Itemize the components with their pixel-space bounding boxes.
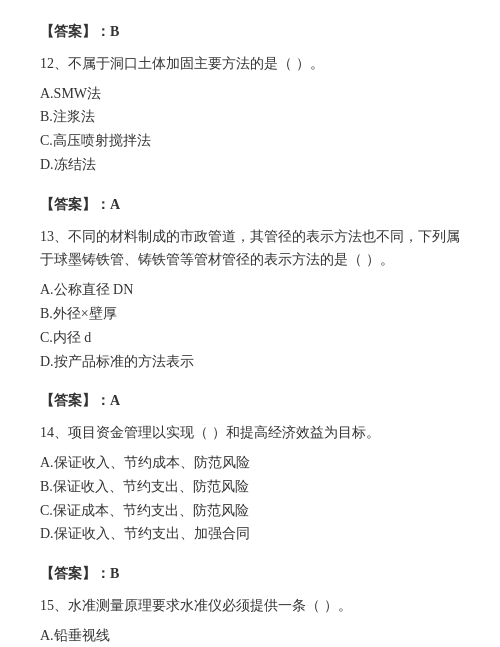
- question-1-option-0: A.公称直径 DN: [40, 278, 460, 302]
- question-text-3: 15、水准测量原理要求水准仪必须提供一条（ ）。: [40, 594, 460, 618]
- question-2-option-3: D.保证收入、节约支出、加强合同: [40, 522, 460, 546]
- question-text-1: 13、不同的材料制成的市政管道，其管径的表示方法也不同，下列属于球墨铸铁管、铸铁…: [40, 225, 460, 273]
- question-1-option-3: D.按产品标准的方法表示: [40, 350, 460, 374]
- page-content: 【答案】：B12、不属于洞口土体加固主要方法的是（ ）。A.SMW法B.注浆法C…: [40, 20, 460, 647]
- question-block-1: 13、不同的材料制成的市政管道，其管径的表示方法也不同，下列属于球墨铸铁管、铸铁…: [40, 225, 460, 374]
- answer-label-3: 【答案】：B: [40, 562, 460, 586]
- question-2-option-1: B.保证收入、节约支出、防范风险: [40, 475, 460, 499]
- question-text-2: 14、项目资金管理以实现（ ）和提高经济效益为目标。: [40, 421, 460, 445]
- question-1-option-2: C.内径 d: [40, 326, 460, 350]
- question-block-0: 12、不属于洞口土体加固主要方法的是（ ）。A.SMW法B.注浆法C.高压喷射搅…: [40, 52, 460, 177]
- answer-label-1: 【答案】：A: [40, 193, 460, 217]
- question-0-option-0: A.SMW法: [40, 82, 460, 106]
- answer-label-0: 【答案】：B: [40, 20, 460, 44]
- question-text-0: 12、不属于洞口土体加固主要方法的是（ ）。: [40, 52, 460, 76]
- question-0-option-1: B.注浆法: [40, 105, 460, 129]
- question-2-option-2: C.保证成本、节约支出、防范风险: [40, 499, 460, 523]
- question-3-option-0: A.铅垂视线: [40, 624, 460, 647]
- question-0-option-2: C.高压喷射搅拌法: [40, 129, 460, 153]
- question-block-2: 14、项目资金管理以实现（ ）和提高经济效益为目标。A.保证收入、节约成本、防范…: [40, 421, 460, 546]
- answer-label-2: 【答案】：A: [40, 389, 460, 413]
- question-block-3: 15、水准测量原理要求水准仪必须提供一条（ ）。A.铅垂视线B.水平视线C.平行…: [40, 594, 460, 647]
- question-1-option-1: B.外径×壁厚: [40, 302, 460, 326]
- question-2-option-0: A.保证收入、节约成本、防范风险: [40, 451, 460, 475]
- question-0-option-3: D.冻结法: [40, 153, 460, 177]
